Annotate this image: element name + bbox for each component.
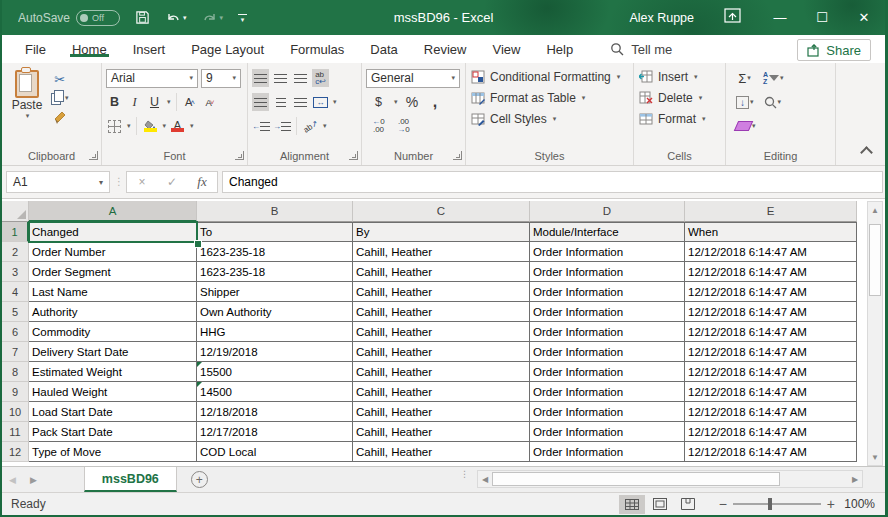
merge-dropdown-icon[interactable]: ▾ — [333, 98, 337, 106]
undo-dropdown-icon[interactable]: ▾ — [183, 14, 187, 22]
horizontal-scrollbar[interactable]: ◀ ▶ — [477, 470, 863, 488]
page-layout-view-button[interactable] — [647, 495, 673, 514]
column-header-a[interactable]: A — [29, 201, 197, 222]
share-button[interactable]: Share — [797, 39, 871, 61]
tab-page-layout[interactable]: Page Layout — [178, 42, 277, 57]
cell-styles-button[interactable]: Cell Styles▾ — [469, 108, 630, 129]
align-right-button[interactable] — [292, 93, 309, 111]
cell-C3[interactable]: Cahill, Heather — [353, 262, 530, 282]
fill-handle[interactable] — [194, 240, 202, 248]
wrap-text-button[interactable]: abc↩ — [312, 69, 329, 87]
orientation-button[interactable]: ab↗ — [302, 117, 319, 135]
cell-A8[interactable]: Estimated Weight — [29, 362, 197, 382]
row-header-3[interactable]: 3 — [2, 262, 29, 282]
clear-button[interactable]: ▾ — [736, 117, 756, 135]
cell-D9[interactable]: Order Information — [530, 382, 685, 402]
cell-D8[interactable]: Order Information — [530, 362, 685, 382]
row-header-1[interactable]: 1 — [2, 222, 29, 242]
row-header-10[interactable]: 10 — [2, 402, 29, 422]
conditional-formatting-button[interactable]: Conditional Formatting▾ — [469, 66, 630, 87]
clipboard-dialog-launcher[interactable] — [89, 151, 98, 160]
font-color-button[interactable]: A — [169, 117, 186, 135]
sheet-nav-right-icon[interactable]: ▶ — [23, 475, 44, 485]
decrease-indent-button[interactable]: ← — [252, 117, 270, 135]
underline-dropdown-icon[interactable]: ▾ — [167, 98, 171, 106]
collapse-ribbon-button[interactable] — [860, 146, 873, 159]
cell-C8[interactable]: Cahill, Heather — [353, 362, 530, 382]
delete-cells-button[interactable]: Delete▾ — [637, 87, 722, 108]
cell-E5[interactable]: 12/12/2018 6:14:47 AM — [685, 302, 857, 322]
save-button[interactable] — [135, 10, 150, 25]
row-header-8[interactable]: 8 — [2, 362, 29, 382]
font-size-select[interactable]: 9▾ — [201, 69, 241, 88]
cell-C12[interactable]: Cahill, Heather — [353, 442, 530, 462]
increase-font-size-button[interactable]: A˄ — [182, 93, 199, 111]
row-header-9[interactable]: 9 — [2, 382, 29, 402]
cell-D6[interactable]: Order Information — [530, 322, 685, 342]
cell-D4[interactable]: Order Information — [530, 282, 685, 302]
sort-filter-button[interactable]: AZ▾ — [763, 69, 784, 87]
cell-A7[interactable]: Delivery Start Date — [29, 342, 197, 362]
cell-E11[interactable]: 12/12/2018 6:14:47 AM — [685, 422, 857, 442]
zoom-slider-track[interactable] — [733, 503, 821, 505]
align-middle-button[interactable] — [272, 69, 289, 87]
row-header-12[interactable]: 12 — [2, 442, 29, 462]
cell-C5[interactable]: Cahill, Heather — [353, 302, 530, 322]
cell-E3[interactable]: 12/12/2018 6:14:47 AM — [685, 262, 857, 282]
cell-E9[interactable]: 12/12/2018 6:14:47 AM — [685, 382, 857, 402]
row-header-4[interactable]: 4 — [2, 282, 29, 302]
cell-A4[interactable]: Last Name — [29, 282, 197, 302]
format-as-table-button[interactable]: Format as Table▾ — [469, 87, 630, 108]
scroll-left-icon[interactable]: ◀ — [478, 475, 492, 484]
bold-button[interactable]: B — [106, 93, 123, 111]
row-header-7[interactable]: 7 — [2, 342, 29, 362]
tab-data[interactable]: Data — [357, 42, 410, 57]
borders-button[interactable] — [106, 117, 123, 135]
tab-formulas[interactable]: Formulas — [277, 42, 357, 57]
italic-button[interactable]: I — [126, 93, 143, 111]
scroll-right-icon[interactable]: ▶ — [848, 475, 862, 484]
cell-B12[interactable]: COD Local — [197, 442, 353, 462]
autosum-button[interactable]: Σ▾ — [736, 69, 753, 87]
page-break-view-button[interactable] — [675, 495, 701, 514]
vertical-scroll-thumb[interactable] — [869, 224, 881, 296]
redo-dropdown-icon[interactable]: ▾ — [220, 14, 224, 22]
name-box[interactable]: A1 ▾ — [6, 171, 110, 193]
borders-dropdown-icon[interactable]: ▾ — [127, 122, 131, 130]
paste-button[interactable]: Paste ▾ — [6, 68, 48, 120]
cell-C2[interactable]: Cahill, Heather — [353, 242, 530, 262]
cell-A3[interactable]: Order Segment — [29, 262, 197, 282]
vertical-scrollbar[interactable]: ▲ ▼ — [867, 201, 883, 466]
cell-B10[interactable]: 12/18/2018 — [197, 402, 353, 422]
cell-A12[interactable]: Type of Move — [29, 442, 197, 462]
zoom-out-button[interactable]: − — [719, 497, 727, 511]
cell-A10[interactable]: Load Start Date — [29, 402, 197, 422]
name-box-dropdown-icon[interactable]: ▾ — [99, 178, 103, 187]
column-header-e[interactable]: E — [685, 201, 857, 222]
cell-B6[interactable]: HHG — [197, 322, 353, 342]
paste-dropdown-icon[interactable]: ▾ — [26, 112, 30, 120]
alignment-dialog-launcher[interactable] — [349, 151, 358, 160]
cell-D7[interactable]: Order Information — [530, 342, 685, 362]
percent-style-button[interactable]: % — [404, 93, 421, 111]
cell-B1[interactable]: To — [197, 222, 353, 242]
close-button[interactable]: ✕ — [843, 0, 885, 35]
column-header-c[interactable]: C — [353, 201, 530, 222]
tell-me-search[interactable]: Tell me — [610, 42, 672, 57]
zoom-slider-handle[interactable] — [768, 498, 772, 510]
cell-B8[interactable]: 15500 — [197, 362, 353, 382]
format-cells-button[interactable]: Format▾ — [637, 108, 722, 129]
vertical-scroll-track[interactable] — [868, 218, 882, 449]
cell-D3[interactable]: Order Information — [530, 262, 685, 282]
tab-home[interactable]: Home — [59, 42, 120, 57]
cell-C10[interactable]: Cahill, Heather — [353, 402, 530, 422]
align-top-button[interactable] — [252, 69, 269, 87]
autosave-switch[interactable]: Off — [76, 10, 120, 26]
cell-C4[interactable]: Cahill, Heather — [353, 282, 530, 302]
row-header-6[interactable]: 6 — [2, 322, 29, 342]
cell-D10[interactable]: Order Information — [530, 402, 685, 422]
row-header-11[interactable]: 11 — [2, 422, 29, 442]
comma-style-button[interactable]: , — [427, 93, 444, 111]
fill-color-dropdown-icon[interactable]: ▾ — [163, 122, 167, 130]
cell-E4[interactable]: 12/12/2018 6:14:47 AM — [685, 282, 857, 302]
